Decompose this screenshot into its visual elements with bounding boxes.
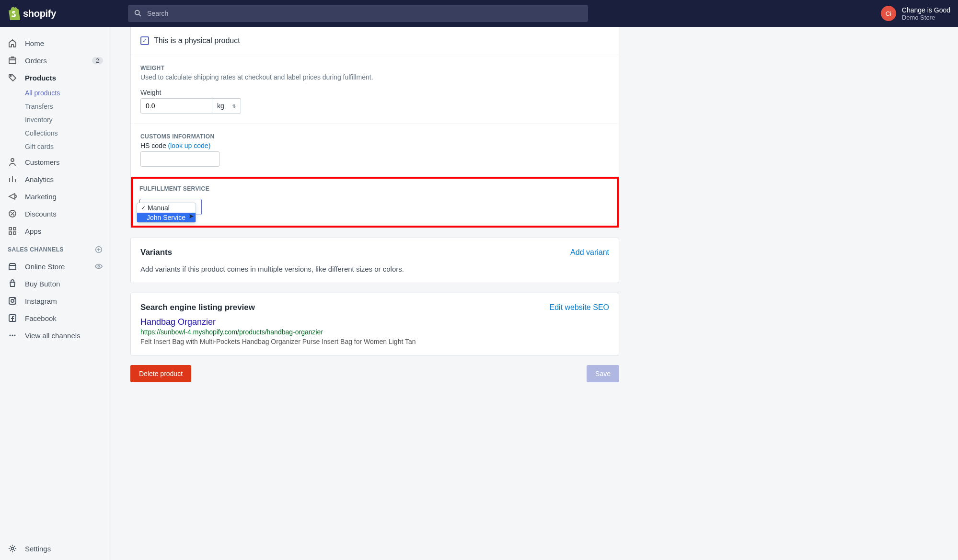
hs-code-label: HS code [140, 142, 166, 149]
svg-point-2 [11, 159, 14, 161]
edit-seo-link[interactable]: Edit website SEO [550, 303, 610, 312]
marketing-icon [8, 192, 17, 201]
brand-name: shopify [23, 8, 56, 19]
lookup-code-link[interactable]: (look up code) [168, 142, 211, 149]
more-icon [8, 331, 17, 340]
channel-buy-button[interactable]: Buy Button [0, 275, 111, 292]
topbar: shopify Search Ci Change is Good Demo St… [0, 0, 958, 27]
sidebar-item-discounts[interactable]: Discounts [0, 205, 111, 222]
weight-unit-select[interactable]: kg ⇅ [212, 98, 241, 114]
svg-point-11 [11, 299, 14, 302]
svg-point-1 [11, 76, 12, 77]
customs-header: CUSTOMS INFORMATION [140, 133, 609, 140]
hs-code-input[interactable] [140, 151, 219, 167]
sidebar-item-orders[interactable]: Orders 2 [0, 52, 111, 69]
subnav-all-products[interactable]: All products [25, 86, 111, 100]
search-icon [134, 9, 142, 18]
seo-preview-title: Handbag Organzier [140, 317, 609, 327]
fulfillment-option-john[interactable]: John Service [137, 213, 196, 222]
fulfillment-header: FULFILLMENT SERVICE [139, 185, 610, 192]
variants-title: Variants [140, 248, 172, 257]
svg-point-12 [14, 298, 15, 299]
orders-icon [8, 56, 17, 65]
sidebar-item-apps[interactable]: Apps [0, 222, 111, 240]
shopify-logo[interactable]: shopify [8, 7, 56, 20]
search-placeholder: Search [147, 10, 168, 17]
subnav-inventory[interactable]: Inventory [25, 113, 111, 126]
facebook-icon [8, 313, 17, 323]
sidebar-item-marketing[interactable]: Marketing [0, 188, 111, 205]
gear-icon [8, 544, 17, 553]
svg-rect-6 [9, 232, 12, 234]
checkbox-icon: ✓ [140, 36, 149, 45]
fulfillment-option-manual[interactable]: Manual [137, 203, 196, 213]
search-input[interactable]: Search [128, 5, 588, 22]
products-icon [8, 73, 17, 82]
svg-point-15 [12, 335, 13, 336]
analytics-icon [8, 174, 17, 184]
add-variant-link[interactable]: Add variant [570, 248, 609, 257]
delete-product-button[interactable]: Delete product [130, 365, 191, 382]
user-name: Change is Good [902, 6, 950, 14]
svg-point-16 [14, 335, 16, 336]
variants-help: Add variants if this product comes in mu… [140, 265, 609, 273]
svg-point-14 [10, 335, 11, 336]
fulfillment-dropdown-menu: Manual John Service [137, 203, 196, 223]
shipping-card: ✓ This is a physical product WEIGHT Used… [130, 27, 619, 228]
seo-card: Search engine listing preview Edit websi… [130, 293, 619, 355]
svg-rect-4 [9, 228, 12, 230]
customers-icon [8, 157, 17, 167]
apps-icon [8, 226, 17, 236]
subnav-transfers[interactable]: Transfers [25, 100, 111, 113]
svg-point-9 [98, 265, 100, 267]
weight-header: WEIGHT [140, 65, 609, 71]
sidebar: Home Orders 2 Products All products Tran… [0, 27, 111, 560]
buy-button-icon [8, 279, 17, 288]
subnav-gift-cards[interactable]: Gift cards [25, 140, 111, 153]
chevron-updown-icon: ⇅ [232, 103, 236, 109]
seo-preview-desc: Felt Insert Bag with Multi-Pockets Handb… [140, 338, 609, 345]
user-store: Demo Store [902, 14, 950, 21]
view-all-channels[interactable]: View all channels [0, 327, 111, 344]
channel-instagram[interactable]: Instagram [0, 292, 111, 309]
instagram-icon [8, 296, 17, 306]
channel-online-store[interactable]: Online Store [0, 258, 111, 275]
variants-card: Variants Add variant Add variants if thi… [130, 238, 619, 283]
main-content: ✓ This is a physical product WEIGHT Used… [111, 27, 638, 560]
cursor-icon: ➤ [188, 212, 194, 220]
sidebar-item-customers[interactable]: Customers [0, 153, 111, 171]
orders-badge: 2 [92, 57, 103, 64]
add-channel-icon[interactable] [94, 245, 103, 254]
eye-icon[interactable] [94, 262, 103, 271]
sales-channels-header: SALES CHANNELS [0, 240, 111, 258]
store-icon [8, 262, 17, 271]
sidebar-item-products[interactable]: Products [0, 69, 111, 86]
discounts-icon [8, 209, 17, 218]
user-menu[interactable]: Ci Change is Good Demo Store [881, 6, 950, 21]
subnav-collections[interactable]: Collections [25, 126, 111, 140]
sidebar-item-home[interactable]: Home [0, 34, 111, 52]
sidebar-item-analytics[interactable]: Analytics [0, 171, 111, 188]
seo-title: Search engine listing preview [140, 303, 255, 312]
sidebar-item-settings[interactable]: Settings [0, 537, 111, 560]
shopify-icon [8, 7, 20, 20]
seo-preview-url: https://sunbowl-4.myshopify.com/products… [140, 328, 609, 336]
save-button[interactable]: Save [587, 365, 619, 382]
svg-rect-5 [13, 228, 16, 230]
svg-rect-0 [9, 58, 16, 64]
home-icon [8, 38, 17, 48]
page-actions: Delete product Save [130, 365, 619, 382]
channel-facebook[interactable]: Facebook [0, 309, 111, 327]
svg-point-17 [12, 548, 14, 550]
products-subnav: All products Transfers Inventory Collect… [0, 86, 111, 153]
weight-input[interactable] [140, 98, 212, 114]
weight-help: Used to calculate shipping rates at chec… [140, 73, 609, 81]
avatar: Ci [881, 6, 896, 21]
svg-rect-7 [13, 232, 16, 234]
physical-product-checkbox[interactable]: ✓ This is a physical product [140, 36, 609, 45]
physical-product-label: This is a physical product [154, 36, 240, 45]
fulfillment-highlight-box: FULFILLMENT SERVICE Manual John Service … [131, 177, 619, 228]
weight-label: Weight [140, 89, 609, 96]
